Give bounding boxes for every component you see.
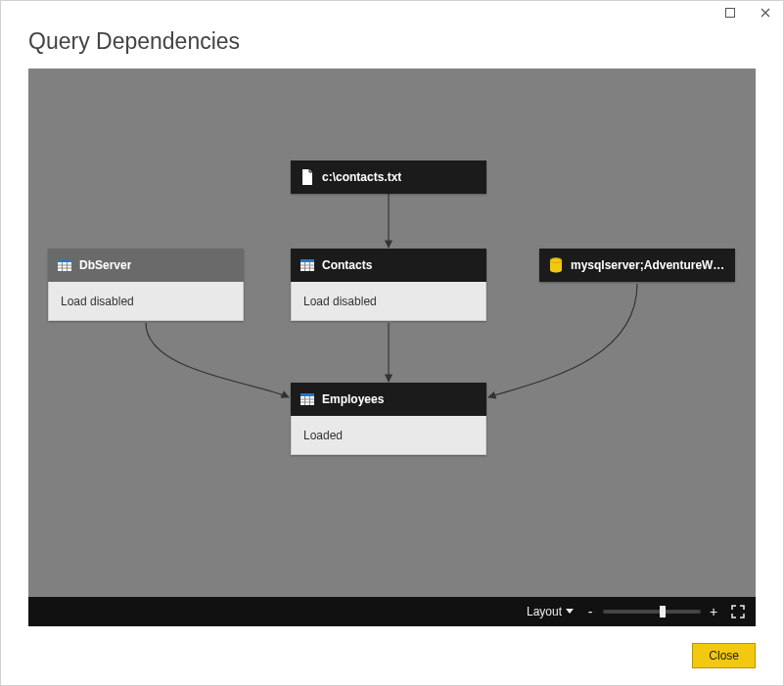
node-status: Load disabled — [48, 282, 244, 321]
svg-rect-4 — [300, 259, 314, 262]
node-label: Contacts — [322, 258, 372, 272]
node-status: Load disabled — [291, 282, 486, 321]
layout-label: Layout — [527, 605, 562, 618]
table-icon — [58, 259, 71, 271]
node-header: Contacts — [291, 249, 486, 282]
node-mysqlserver[interactable]: mysqlserver;AdventureWor... — [539, 249, 735, 282]
zoom-control: - + — [583, 604, 720, 619]
layout-dropdown[interactable]: Layout — [527, 605, 574, 618]
dialog-footer: Close — [1, 626, 783, 685]
canvas-toolbar: Layout - + — [28, 597, 756, 626]
zoom-in-button[interactable]: + — [707, 604, 720, 619]
node-status: Loaded — [291, 416, 486, 455]
close-button[interactable]: Close — [692, 643, 756, 668]
table-icon — [300, 393, 314, 405]
chevron-down-icon — [566, 609, 574, 615]
node-label: mysqlserver;AdventureWor... — [571, 258, 725, 272]
svg-rect-2 — [58, 259, 71, 262]
fit-to-screen-button[interactable] — [730, 604, 746, 619]
close-window-button[interactable] — [754, 3, 777, 23]
table-icon — [300, 259, 314, 271]
node-header: Employees — [291, 383, 486, 416]
node-contacts[interactable]: Contacts Load disabled — [291, 249, 486, 321]
node-label: DbServer — [79, 258, 131, 272]
svg-rect-0 — [726, 9, 735, 18]
node-label: Employees — [322, 392, 384, 406]
zoom-out-button[interactable]: - — [583, 604, 597, 619]
dialog-title: Query Dependencies — [1, 24, 783, 69]
database-icon — [549, 257, 563, 273]
node-employees[interactable]: Employees Loaded — [291, 383, 486, 455]
node-header: mysqlserver;AdventureWor... — [539, 249, 735, 282]
node-header: c:\contacts.txt — [291, 160, 486, 194]
zoom-thumb[interactable] — [660, 606, 666, 617]
dependency-edges — [28, 69, 756, 626]
svg-rect-8 — [300, 393, 314, 396]
node-contacts-file[interactable]: c:\contacts.txt — [291, 160, 486, 194]
node-dbserver[interactable]: DbServer Load disabled — [48, 249, 244, 321]
file-icon — [300, 169, 314, 185]
node-header: DbServer — [48, 249, 244, 282]
titlebar — [1, 1, 783, 24]
dialog-window: Query Dependencies c:\contacts. — [0, 0, 784, 686]
node-label: c:\contacts.txt — [322, 170, 401, 184]
zoom-slider[interactable] — [603, 610, 701, 614]
maximize-button[interactable] — [718, 3, 742, 23]
dependency-canvas[interactable]: c:\contacts.txt DbServer Load disabled C… — [28, 69, 756, 626]
